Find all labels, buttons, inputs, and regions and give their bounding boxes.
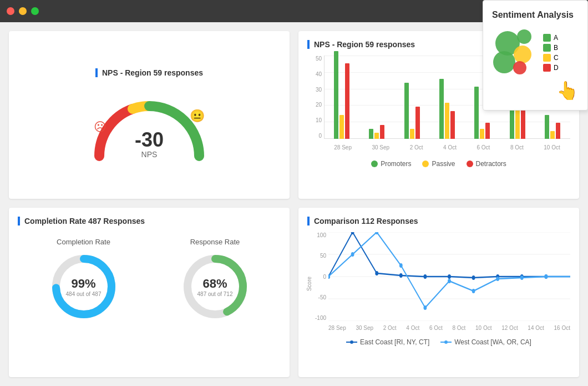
svg-point-14 <box>448 274 451 279</box>
svg-point-22 <box>399 263 403 268</box>
emoji-neutral: 😐 <box>190 109 205 123</box>
nps-gauge-card: NPS - Region 59 responses ☹ 😐 -30 NPS <box>9 31 290 199</box>
svg-point-35 <box>514 46 531 63</box>
hand-icon: 👆 <box>492 80 579 101</box>
bar-group <box>545 115 560 139</box>
x-axis-labels: 28 Sep 30 Sep 2 Oct 4 Oct 6 Oct 8 Oct 10… <box>324 139 570 156</box>
completion-label: Completion Rate <box>57 238 110 246</box>
legend-a: A <box>543 34 559 42</box>
svg-point-26 <box>496 277 499 281</box>
x-axis-comparison: 28 Sep 30 Sep 2 Oct 4 Oct 6 Oct 8 Oct 10… <box>328 321 570 335</box>
svg-point-27 <box>520 275 524 280</box>
bar-passive <box>339 115 344 139</box>
d-square <box>543 64 551 72</box>
legend-passive: Passive <box>422 160 455 168</box>
bar-chart-legend: Promoters Passive Detractors <box>307 160 570 168</box>
bar-group <box>439 79 455 139</box>
svg-point-34 <box>517 29 531 44</box>
gauge-container: ☹ 😐 -30 NPS <box>88 89 210 162</box>
svg-point-13 <box>423 274 427 279</box>
promoters-dot <box>371 161 378 167</box>
legend-west: West Coast [WA, OR, CA] <box>440 338 531 346</box>
bar-detractor <box>415 107 420 139</box>
close-button[interactable] <box>7 7 14 15</box>
svg-point-20 <box>351 252 354 257</box>
svg-point-30 <box>350 340 353 344</box>
bar-promoter <box>474 87 479 139</box>
b-square <box>543 44 551 52</box>
maximize-button[interactable] <box>31 7 39 15</box>
y-axis-label: Score <box>306 276 312 290</box>
svg-point-25 <box>472 289 475 293</box>
svg-point-24 <box>448 279 451 283</box>
nps-gauge-title: NPS - Region 59 responses <box>95 68 203 77</box>
response-donut: Response Rate 68% 487 out of 712 <box>179 238 251 323</box>
bar-detractor <box>485 123 490 139</box>
line-chart-area: 100 50 0 -50 -100 Score <box>307 232 570 335</box>
response-sub: 487 out of 712 <box>197 291 233 297</box>
bar-promoter <box>369 129 373 139</box>
comparison-title: Comparison 112 Responses <box>307 217 570 225</box>
c-square <box>543 54 551 62</box>
bar-passive <box>445 103 449 139</box>
passive-dot <box>422 161 429 167</box>
y-axis: 50 40 30 20 10 0 <box>307 56 324 139</box>
legend-c: C <box>543 54 559 62</box>
west-coast-label: West Coast [WA, OR, CA] <box>454 338 531 346</box>
bar-promoter <box>545 115 549 139</box>
sentiment-popup: Sentiment Analysis A B <box>483 0 588 111</box>
completion-sub: 484 out of 487 <box>66 291 102 297</box>
response-pct: 68% <box>197 277 233 291</box>
east-coast-line <box>328 232 570 278</box>
legend-detractors: Detractors <box>467 160 506 168</box>
svg-point-36 <box>493 51 515 73</box>
bubble-svg <box>492 28 536 78</box>
sentiment-title: Sentiment Analysis <box>492 9 579 21</box>
bar-passive <box>480 129 484 139</box>
legend-d: D <box>543 64 559 72</box>
completion-rate-card: Completion Rate 487 Responses Completion… <box>9 208 290 377</box>
d-label: D <box>554 64 559 72</box>
circles-row: Completion Rate 99% 484 out of 487 Respo… <box>18 232 281 328</box>
response-label: Response Rate <box>190 238 240 246</box>
response-center: 68% 487 out of 712 <box>197 277 233 297</box>
a-label: A <box>554 34 558 42</box>
legend-b: B <box>543 44 559 52</box>
a-square <box>543 34 551 42</box>
detractors-label: Detractors <box>476 160 506 168</box>
bar-detractor <box>556 123 560 139</box>
minimize-button[interactable] <box>19 7 27 15</box>
c-label: C <box>554 54 559 62</box>
sentiment-legend: A B C D <box>543 34 559 72</box>
promoters-label: Promoters <box>381 160 411 168</box>
passive-label: Passive <box>432 160 455 168</box>
bar-passive <box>410 129 414 139</box>
bar-detractor <box>380 125 384 139</box>
bar-promoter <box>404 83 409 139</box>
bubble-chart <box>492 28 536 78</box>
emoji-sad: ☹ <box>94 120 107 134</box>
bar-passive <box>550 131 555 139</box>
svg-point-37 <box>513 61 526 74</box>
completion-rate-title: Completion Rate 487 Responses <box>18 217 281 225</box>
nps-value: -30 NPS <box>135 130 164 159</box>
line-chart-svg <box>328 232 570 321</box>
bar-promoter <box>439 79 444 139</box>
completion-pct: 99% <box>66 277 102 291</box>
bar-group <box>334 51 349 139</box>
line-chart-legend: East Coast [RI, NY, CT] West Coast [WA, … <box>307 338 570 346</box>
sentiment-content: A B C D <box>492 28 579 78</box>
nps-label: NPS <box>135 150 164 159</box>
bar-promoter <box>334 51 338 139</box>
east-coast-label: East Coast [RI, NY, CT] <box>360 338 429 346</box>
svg-point-15 <box>472 275 475 280</box>
svg-point-28 <box>544 274 548 279</box>
bar-group <box>369 125 384 139</box>
svg-point-11 <box>375 271 378 275</box>
bar-detractor <box>450 111 455 139</box>
svg-point-32 <box>444 340 448 344</box>
svg-point-12 <box>399 273 403 278</box>
comparison-card: Comparison 112 Responses 100 50 0 -50 -1… <box>298 208 579 377</box>
completion-center: 99% 484 out of 487 <box>66 277 102 297</box>
legend-promoters: Promoters <box>371 160 411 168</box>
